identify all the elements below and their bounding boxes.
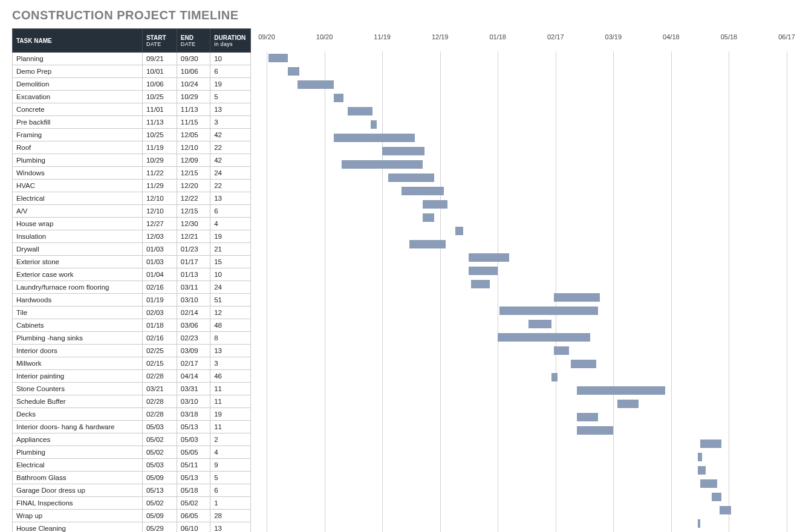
start-date-cell: 02/25 (142, 345, 177, 357)
gantt-bar (334, 134, 415, 142)
task-name-cell: Insulation (13, 230, 143, 243)
gantt-bar (423, 213, 434, 222)
start-date-cell: 10/29 (142, 154, 177, 167)
gantt-row (267, 384, 787, 397)
end-date-cell: 12/22 (177, 192, 210, 205)
task-name-cell: Wrap up (13, 510, 143, 522)
task-name-cell: Demo Prep (13, 65, 143, 78)
task-name-cell: Exterior case work (13, 268, 143, 281)
table-row: Interior doors- hang & hardware05/0305/1… (13, 421, 251, 433)
end-date-cell: 12/20 (177, 180, 210, 192)
start-date-cell: 02/03 (142, 307, 177, 319)
table-row: Tile02/0302/1412 (13, 307, 251, 319)
gantt-row (267, 264, 787, 277)
table-row: Windows11/2212/1524 (13, 167, 251, 180)
task-table-wrap: TASK NAME START DATE END DATE DURATION i… (12, 28, 251, 532)
end-date-cell: 03/18 (177, 408, 210, 421)
duration-cell: 13 (210, 192, 251, 205)
gantt-bar (720, 506, 731, 514)
gantt-row (267, 105, 787, 118)
start-date-cell: 01/03 (142, 243, 177, 256)
table-row: Roof11/1912/1022 (13, 141, 251, 154)
gantt-tick-label: 03/19 (605, 33, 622, 41)
task-name-cell: Electrical (13, 192, 143, 205)
table-row: Drywall01/0301/2321 (13, 243, 251, 256)
task-name-cell: Laundry/furnace room flooring (13, 281, 143, 294)
col-header-start-label: START (146, 34, 166, 41)
task-name-cell: Interior doors- hang & hardware (13, 421, 143, 433)
start-date-cell: 02/16 (142, 281, 177, 294)
table-row: Decks02/2803/1819 (13, 408, 251, 421)
start-date-cell: 01/18 (142, 319, 177, 332)
duration-cell: 19 (210, 230, 251, 243)
gantt-bar (371, 120, 377, 129)
layout: TASK NAME START DATE END DATE DURATION i… (0, 28, 800, 532)
gantt-bar (499, 307, 597, 315)
gantt-row (267, 277, 787, 291)
end-date-cell: 12/30 (177, 218, 210, 230)
gantt-row (267, 317, 787, 331)
gantt-bar (402, 187, 444, 195)
start-date-cell: 02/15 (142, 357, 177, 370)
task-name-cell: Framing (13, 129, 143, 141)
col-header-duration: DURATION in days (210, 29, 251, 53)
gantt-tick-label: 04/18 (663, 33, 680, 41)
gantt-bar (334, 94, 343, 102)
task-name-cell: Cabinets (13, 319, 143, 332)
table-row: Framing10/2512/0542 (13, 129, 251, 141)
duration-cell: 10 (210, 53, 251, 65)
col-header-duration-sub: in days (214, 41, 247, 47)
table-row: Stone Counters03/2103/3111 (13, 383, 251, 395)
end-date-cell: 10/29 (177, 91, 210, 103)
gantt-tick-label: 10/20 (316, 33, 333, 41)
start-date-cell: 02/28 (142, 395, 177, 408)
duration-cell: 22 (210, 180, 251, 192)
duration-cell: 19 (210, 78, 251, 91)
start-date-cell: 05/03 (142, 459, 177, 472)
duration-cell: 4 (210, 218, 251, 230)
task-name-cell: Interior painting (13, 370, 143, 383)
task-name-cell: House Cleaning (13, 522, 143, 533)
duration-cell: 12 (210, 307, 251, 319)
start-date-cell: 05/09 (142, 510, 177, 522)
start-date-cell: 03/21 (142, 383, 177, 395)
table-row: House Cleaning05/2906/1013 (13, 522, 251, 533)
gantt-bar (471, 280, 490, 288)
task-name-cell: Decks (13, 408, 143, 421)
start-date-cell: 12/03 (142, 230, 177, 243)
gantt-bar (551, 373, 558, 381)
gantt-row (267, 211, 787, 224)
gantt-row (267, 118, 787, 131)
table-row: HVAC11/2912/2022 (13, 180, 251, 192)
task-name-cell: Demolition (13, 78, 143, 91)
gantt-bar (712, 493, 721, 501)
duration-cell: 11 (210, 383, 251, 395)
gantt-bar (577, 386, 666, 395)
end-date-cell: 02/23 (177, 332, 210, 345)
end-date-cell: 01/23 (177, 243, 210, 256)
table-row: Wrap up05/0906/0528 (13, 510, 251, 522)
end-date-cell: 12/21 (177, 230, 210, 243)
gantt-bar (455, 227, 463, 235)
gantt-bar (382, 147, 424, 155)
table-row: FINAL Inspections05/0205/021 (13, 497, 251, 510)
task-name-cell: Concrete (13, 103, 143, 116)
task-name-cell: Plumbing (13, 446, 143, 459)
duration-cell: 11 (210, 421, 251, 433)
gantt-row (267, 144, 787, 158)
task-name-cell: A/V (13, 205, 143, 218)
task-name-cell: Electrical (13, 459, 143, 472)
start-date-cell: 12/27 (142, 218, 177, 230)
duration-cell: 51 (210, 294, 251, 307)
gantt-bar (469, 267, 498, 275)
gantt-row (267, 238, 787, 251)
end-date-cell: 03/10 (177, 294, 210, 307)
start-date-cell: 10/25 (142, 129, 177, 141)
start-date-cell: 01/03 (142, 256, 177, 268)
start-date-cell: 10/06 (142, 78, 177, 91)
end-date-cell: 10/24 (177, 78, 210, 91)
task-name-cell: Exterior stone (13, 256, 143, 268)
col-header-duration-label: DURATION (214, 34, 246, 41)
start-date-cell: 05/03 (142, 421, 177, 433)
table-row: Demolition10/0610/2419 (13, 78, 251, 91)
